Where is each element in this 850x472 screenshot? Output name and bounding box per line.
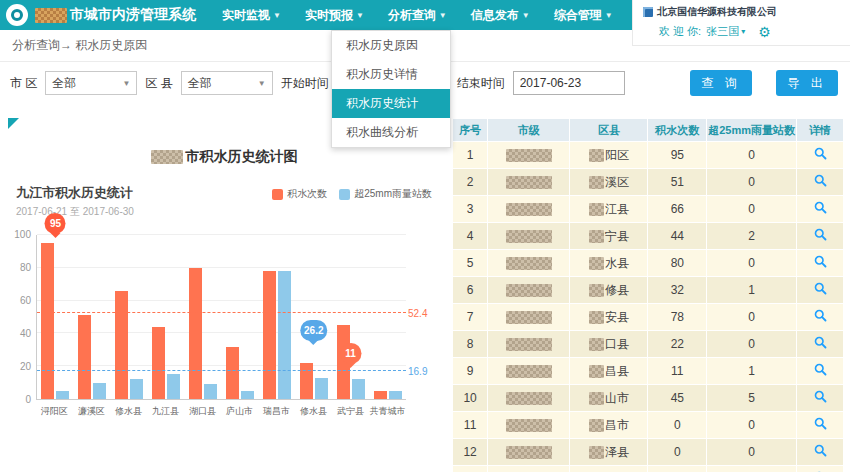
cell-detail xyxy=(797,466,844,472)
detail-button[interactable] xyxy=(813,362,828,377)
x-axis-label: 瑞昌市 xyxy=(258,405,295,418)
chevron-down-icon: ▼ xyxy=(522,11,530,20)
corner-mark-icon xyxy=(8,118,19,129)
detail-button[interactable] xyxy=(813,335,828,350)
bar-group xyxy=(111,235,148,399)
bars-layer xyxy=(37,235,406,399)
chart-header: 九江市积水历史统计 2017-06-21 至 2017-06-30 积水次数超2… xyxy=(10,184,438,219)
cell-index: 10 xyxy=(453,385,488,412)
chevron-down-icon: ▼ xyxy=(439,11,447,20)
export-button[interactable]: 导 出 xyxy=(776,70,838,96)
cell-index: 3 xyxy=(453,196,488,223)
bar xyxy=(115,291,128,399)
cell-flood-count: 78 xyxy=(648,304,707,331)
detail-button[interactable] xyxy=(813,389,828,404)
detail-button[interactable] xyxy=(813,308,828,323)
table-header-2: 区县 xyxy=(570,119,648,142)
nav-item-4[interactable]: 综合管理▼ xyxy=(542,0,625,30)
cell-index: 1 xyxy=(453,142,488,169)
company-name: 北京国信华源科技有限公司 xyxy=(657,5,777,19)
bar xyxy=(41,243,54,399)
y-tick-label: 20 xyxy=(20,362,31,372)
cell-station-count: 0 xyxy=(707,331,797,358)
county-suffix: 江县 xyxy=(605,202,629,216)
dropdown-item-0[interactable]: 积水历史原因 xyxy=(332,31,450,60)
detail-button[interactable] xyxy=(813,254,828,269)
analysis-dropdown-menu: 积水历史原因积水历史详情积水历史统计积水曲线分析 xyxy=(331,30,451,148)
censored-county-prefix xyxy=(589,419,604,432)
nav-item-0[interactable]: 实时监视▼ xyxy=(210,0,293,30)
query-button[interactable]: 查 询 xyxy=(690,70,752,96)
table-row: 11昌市00 xyxy=(453,412,844,439)
bar-group xyxy=(332,235,369,399)
detail-search-icon xyxy=(813,416,828,431)
bar xyxy=(352,379,365,399)
cell-city xyxy=(488,304,570,331)
nav-item-3[interactable]: 信息发布▼ xyxy=(459,0,542,30)
company-logo-icon xyxy=(643,7,653,17)
nav-item-1[interactable]: 实时预报▼ xyxy=(293,0,376,30)
cell-flood-count: 0 xyxy=(648,439,707,466)
table-row: 8口县220 xyxy=(453,331,844,358)
cell-station-count: 2 xyxy=(707,223,797,250)
cell-flood-count: 45 xyxy=(648,385,707,412)
bar xyxy=(226,347,239,399)
detail-button[interactable] xyxy=(813,200,828,215)
legend-label: 超25mm雨量站数 xyxy=(354,187,432,201)
detail-button[interactable] xyxy=(813,281,828,296)
main-content: 市积水历史统计图 九江市积水历史统计 2017-06-21 至 2017-06-… xyxy=(0,104,850,472)
county-suffix: 口县 xyxy=(605,337,629,351)
dropdown-item-2[interactable]: 积水历史统计 xyxy=(332,89,450,118)
bar-group xyxy=(222,235,259,399)
cell-detail xyxy=(797,385,844,412)
censored-county-prefix xyxy=(589,149,604,162)
cell-station-count: 1 xyxy=(707,277,797,304)
dropdown-item-3[interactable]: 积水曲线分析 xyxy=(332,118,450,147)
censored-city-text xyxy=(506,257,552,270)
nav-item-label: 分析查询 xyxy=(388,7,436,24)
city-select[interactable]: 全部 ▼ xyxy=(45,71,137,95)
nav-item-2[interactable]: 分析查询▼ xyxy=(376,0,459,30)
county-select[interactable]: 全部 ▼ xyxy=(181,71,273,95)
censored-county-prefix xyxy=(589,176,604,189)
data-marker: 95 xyxy=(45,213,66,234)
detail-button[interactable] xyxy=(813,146,828,161)
chevron-down-icon: ▾ xyxy=(741,27,745,36)
results-table: 序号市级区县积水次数超25mm雨量站数详情 1阳区9502溪区5103江县660… xyxy=(452,118,844,472)
settings-gear-icon[interactable]: ⚙ xyxy=(758,25,771,39)
plot-wrap: 020406080100 52.416.99526.211 xyxy=(10,235,438,400)
cell-flood-count: 44 xyxy=(648,223,707,250)
end-date-input[interactable] xyxy=(513,71,625,95)
cell-county: 口县 xyxy=(570,331,648,358)
table-row: 1阳区950 xyxy=(453,142,844,169)
x-axis-label: 庐山市 xyxy=(221,405,258,418)
cell-county: 安县 xyxy=(570,304,648,331)
detail-button[interactable] xyxy=(813,173,828,188)
detail-search-icon xyxy=(813,335,828,350)
detail-search-icon xyxy=(813,443,828,458)
company-line: 北京国信华源科技有限公司 xyxy=(643,5,842,19)
detail-button[interactable] xyxy=(813,227,828,242)
bar xyxy=(389,391,402,399)
dropdown-item-1[interactable]: 积水历史详情 xyxy=(332,60,450,89)
detail-button[interactable] xyxy=(813,416,828,431)
bar xyxy=(374,391,387,399)
censored-county-prefix xyxy=(589,311,604,324)
welcome-label: 欢 迎 你: xyxy=(659,24,701,39)
cell-city xyxy=(488,223,570,250)
detail-button[interactable] xyxy=(813,443,828,458)
bar-group xyxy=(74,235,111,399)
cell-index: 13 xyxy=(453,466,488,472)
detail-search-icon xyxy=(813,389,828,404)
bar xyxy=(167,374,180,399)
cell-city xyxy=(488,169,570,196)
censored-city-text xyxy=(506,338,552,351)
user-menu[interactable]: 张三国 ▾ xyxy=(706,24,745,39)
cell-index: 6 xyxy=(453,277,488,304)
county-suffix: 溪区 xyxy=(605,175,629,189)
table-row: 7安县780 xyxy=(453,304,844,331)
county-suffix: 水县 xyxy=(605,256,629,270)
legend-item-1: 超25mm雨量站数 xyxy=(339,187,432,201)
chevron-down-icon: ▼ xyxy=(273,11,281,20)
bar xyxy=(241,391,254,399)
